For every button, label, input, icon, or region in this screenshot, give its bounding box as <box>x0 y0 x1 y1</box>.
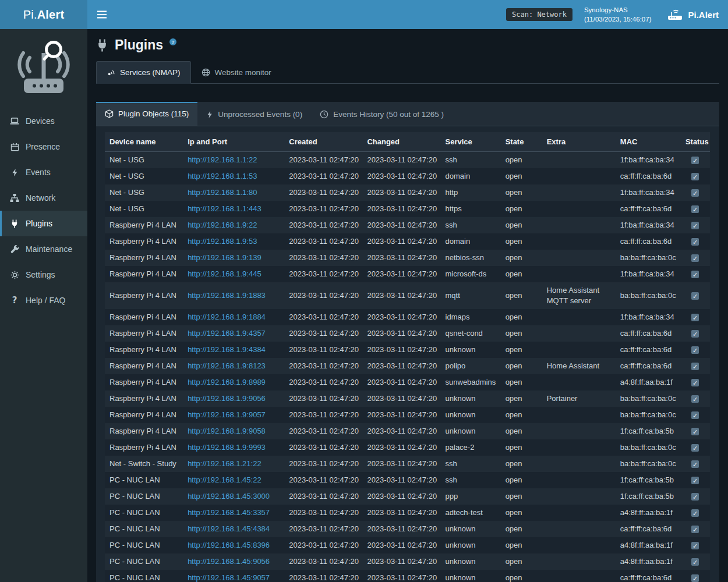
device-shortcut[interactable]: Pi.Alert <box>667 9 728 20</box>
status-checkbox[interactable] <box>691 254 699 262</box>
ip-port-link[interactable]: http://192.168.1.9:4357 <box>188 329 266 338</box>
cell-ip-port: http://192.168.1.9:4357 <box>183 325 284 342</box>
status-checkbox[interactable] <box>691 526 699 533</box>
table-row: Raspberry Pi 4 LANhttp://192.168.1.9:898… <box>105 374 710 391</box>
ip-port-link[interactable]: http://192.168.1.9:4384 <box>188 345 266 354</box>
sidebar-item-settings[interactable]: Settings <box>0 262 87 288</box>
subtab-unprocessed-events[interactable]: Unprocessed Events (0) <box>197 102 311 126</box>
help-badge[interactable]: ? <box>169 38 176 45</box>
ip-port-link[interactable]: http://192.168.1.9:53 <box>188 237 257 246</box>
status-checkbox[interactable] <box>691 222 699 229</box>
cell-extra <box>542 521 616 537</box>
cell-status <box>681 358 710 374</box>
ip-port-link[interactable]: http://192.168.1.45:4384 <box>188 524 270 533</box>
status-checkbox[interactable] <box>691 444 699 452</box>
status-checkbox[interactable] <box>691 477 699 484</box>
status-checkbox[interactable] <box>691 363 699 370</box>
status-checkbox[interactable] <box>691 542 699 549</box>
ip-port-link[interactable]: http://192.168.1.1:22 <box>188 155 257 164</box>
col-mac: MAC <box>616 132 681 152</box>
status-checkbox[interactable] <box>691 493 699 501</box>
cell-status <box>681 342 710 358</box>
ip-port-link[interactable]: http://192.168.1.45:9056 <box>188 557 270 566</box>
table-row: PC - NUC LANhttp://192.168.1.45:90572023… <box>105 570 710 582</box>
cell-device-name: Raspberry Pi 4 LAN <box>105 342 183 358</box>
cell-service: microsoft-ds <box>441 266 501 282</box>
status-checkbox[interactable] <box>691 411 699 419</box>
sidebar-item-maintenance[interactable]: Maintenance <box>0 236 87 262</box>
ip-port-link[interactable]: http://192.168.1.9:1884 <box>188 313 266 321</box>
ip-port-link[interactable]: http://192.168.1.9:445 <box>188 269 261 278</box>
status-checkbox[interactable] <box>691 271 699 278</box>
cell-ip-port: http://192.168.1.21:22 <box>183 456 284 472</box>
ip-port-link[interactable]: http://192.168.1.45:8396 <box>188 541 270 549</box>
status-checkbox[interactable] <box>691 157 699 164</box>
ip-port-link[interactable]: http://192.168.1.9:9058 <box>188 427 266 435</box>
subtab-plugin-objects[interactable]: Plugin Objects (115) <box>96 102 197 126</box>
cell-device-name: Raspberry Pi 4 LAN <box>105 217 183 233</box>
ip-port-link[interactable]: http://192.168.1.9:9056 <box>188 394 266 403</box>
status-checkbox[interactable] <box>691 509 699 517</box>
cell-state: open <box>501 521 542 537</box>
ip-port-link[interactable]: http://192.168.1.9:9993 <box>188 443 266 452</box>
ip-port-link[interactable]: http://192.168.1.45:3000 <box>188 492 270 501</box>
ip-port-link[interactable]: http://192.168.1.1:80 <box>188 188 257 197</box>
cell-service: idmaps <box>441 309 501 325</box>
status-checkbox[interactable] <box>691 330 699 338</box>
ip-port-link[interactable]: http://192.168.1.45:22 <box>188 475 261 484</box>
status-checkbox[interactable] <box>691 292 699 300</box>
cell-changed: 2023-03-11 02:47:20 <box>362 309 440 325</box>
ip-port-link[interactable]: http://192.168.1.45:3357 <box>188 508 270 517</box>
tab-services-nmap[interactable]: Services (NMAP) <box>96 61 191 84</box>
status-checkbox[interactable] <box>691 205 699 213</box>
tab-website-monitor[interactable]: Website monitor <box>191 61 282 84</box>
ip-port-link[interactable]: http://192.168.1.9:9057 <box>188 410 266 419</box>
brand-bold: Alert <box>37 8 65 22</box>
cell-extra <box>542 472 616 488</box>
ip-port-link[interactable]: http://192.168.1.1:443 <box>188 204 261 213</box>
ip-port-link[interactable]: http://192.168.1.9:8989 <box>188 378 266 386</box>
status-checkbox[interactable] <box>691 558 699 566</box>
cell-mac: 1f:ba:ff:ca:ba:34 <box>616 152 681 169</box>
cell-service: palace-2 <box>441 439 501 456</box>
subtab-label: Plugin Objects (115) <box>118 109 189 118</box>
sidebar-item-help[interactable]: ? Help / FAQ <box>0 288 87 313</box>
subtab-events-history[interactable]: Events History (50 out of 1265 ) <box>311 102 453 126</box>
ip-port-link[interactable]: http://192.168.1.45:9057 <box>188 573 270 582</box>
cell-status <box>681 570 710 582</box>
cell-extra <box>542 488 616 505</box>
status-checkbox[interactable] <box>691 238 699 246</box>
ip-port-link[interactable]: http://192.168.1.9:139 <box>188 253 261 262</box>
status-checkbox[interactable] <box>691 395 699 403</box>
ip-port-link[interactable]: http://192.168.1.9:22 <box>188 221 257 229</box>
cell-created: 2023-03-11 02:47:20 <box>284 521 362 537</box>
ip-port-link[interactable]: http://192.168.1.9:1883 <box>188 291 266 300</box>
ip-port-link[interactable]: http://192.168.1.1:53 <box>188 172 257 180</box>
ip-port-link[interactable]: http://192.168.1.21:22 <box>188 459 261 468</box>
table-row: PC - NUC LANhttp://192.168.1.45:83962023… <box>105 537 710 553</box>
ip-port-link[interactable]: http://192.168.1.9:8123 <box>188 361 266 370</box>
status-checkbox[interactable] <box>691 346 699 354</box>
sidebar-item-presence[interactable]: Presence <box>0 134 87 159</box>
cell-status <box>681 184 710 201</box>
status-checkbox[interactable] <box>691 574 699 582</box>
sidebar-item-events[interactable]: Events <box>0 159 87 185</box>
cell-service: unknown <box>441 537 501 553</box>
sidebar-item-network[interactable]: Network <box>0 185 87 211</box>
status-checkbox[interactable] <box>691 428 699 435</box>
status-checkbox[interactable] <box>691 173 699 180</box>
sidebar-item-plugins[interactable]: Plugins <box>0 211 87 236</box>
sidebar-item-devices[interactable]: Devices <box>0 108 87 134</box>
brand[interactable]: Pi.Alert <box>0 0 87 29</box>
status-checkbox[interactable] <box>691 189 699 197</box>
menu-icon[interactable] <box>87 0 116 29</box>
status-checkbox[interactable] <box>691 379 699 386</box>
cell-created: 2023-03-11 02:47:20 <box>284 553 362 570</box>
cell-extra <box>542 233 616 250</box>
cell-state: open <box>501 374 542 391</box>
cell-extra: Home Assistant <box>542 358 616 374</box>
cell-mac: ca:ff:ff:ca:ba:6d <box>616 168 681 184</box>
status-checkbox[interactable] <box>691 460 699 468</box>
cell-extra <box>542 217 616 233</box>
status-checkbox[interactable] <box>691 314 699 321</box>
